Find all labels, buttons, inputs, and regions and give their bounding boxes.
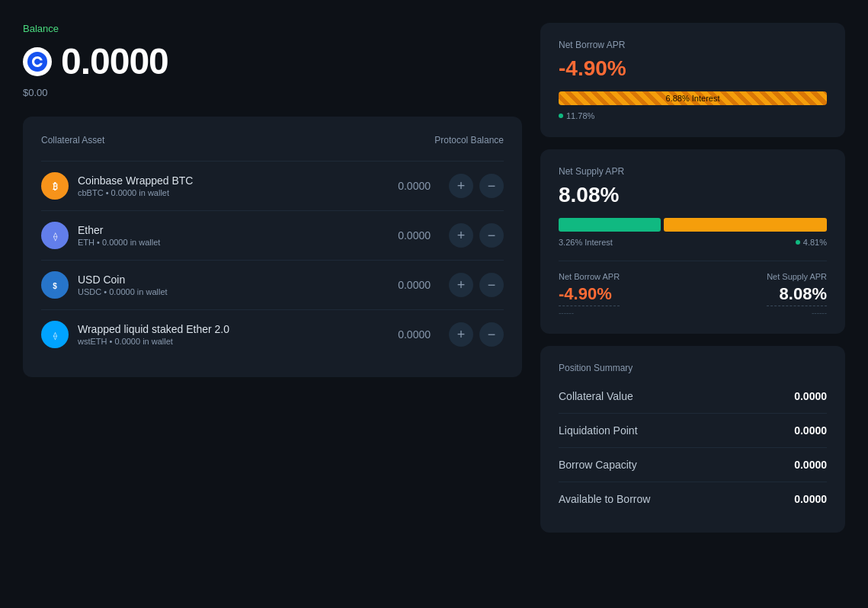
usdc-icon: $ <box>41 271 69 299</box>
apr-summary-row: Net Borrow APR -4.90% ------ Net Supply … <box>559 261 827 317</box>
borrow-capacity-label: Borrow Capacity <box>559 459 637 471</box>
borrow-capacity-row: Borrow Capacity 0.0000 <box>559 448 827 482</box>
asset-name-usdc: USD Coin <box>78 274 377 286</box>
wsteth-remove-button[interactable]: − <box>479 322 504 347</box>
btc-remove-button[interactable]: − <box>479 174 504 198</box>
eth-icon: ⟠ <box>41 222 69 249</box>
right-column: Net Borrow APR -4.90% 6.88% Interest 11.… <box>540 23 845 533</box>
asset-name-eth: Ether <box>78 224 377 236</box>
borrow-summary-value: -4.90% <box>559 284 620 304</box>
supply-summary-item: Net Supply APR 8.08% ------ <box>767 272 827 317</box>
table-row: ₿ Coinbase Wrapped BTC cbBTC • 0.0000 in… <box>41 161 504 210</box>
supply-apr-bar-row <box>559 218 827 232</box>
svg-text:$: $ <box>53 282 57 290</box>
asset-sub-usdc: USDC • 0.0000 in wallet <box>78 287 377 296</box>
borrow-summary-item: Net Borrow APR -4.90% ------ <box>559 272 620 317</box>
asset-sub-wsteth: wstETH • 0.0000 in wallet <box>78 337 377 346</box>
borrow-capacity-amount: 0.0000 <box>794 459 827 471</box>
position-summary-title: Position Summary <box>559 363 827 373</box>
balance-label: Balance <box>23 23 522 34</box>
btc-add-button[interactable]: + <box>449 174 473 198</box>
btc-balance: 0.0000 <box>377 180 431 192</box>
wsteth-balance: 0.0000 <box>377 328 431 341</box>
table-row: ⟠ Ether ETH • 0.0000 in wallet 0.0000 + … <box>41 210 504 260</box>
net-supply-apr-card: Net Supply APR 8.08% 3.26% Interest 4.81… <box>540 149 845 334</box>
asset-info-wsteth: Wrapped liquid staked Ether 2.0 wstETH •… <box>78 323 377 346</box>
supply-orange-bar <box>664 218 827 232</box>
asset-sub-eth: ETH • 0.0000 in wallet <box>78 238 377 247</box>
collateral-value-row: Collateral Value 0.0000 <box>559 379 827 414</box>
available-to-borrow-amount: 0.0000 <box>794 493 827 505</box>
col2-header: Protocol Balance <box>434 135 504 146</box>
btc-icon: ₿ <box>41 172 69 200</box>
asset-sub-btc: cbBTC • 0.0000 in wallet <box>78 188 377 197</box>
wsteth-icon: ⟠ <box>41 321 69 348</box>
usdc-add-button[interactable]: + <box>449 273 473 297</box>
eth-remove-button[interactable]: − <box>479 223 504 248</box>
eth-add-button[interactable]: + <box>449 223 473 248</box>
balance-amount: 0.0000 <box>61 40 168 82</box>
asset-info-eth: Ether ETH • 0.0000 in wallet <box>78 224 377 247</box>
table-header: Collateral Asset Protocol Balance <box>41 135 504 146</box>
net-supply-apr-title: Net Supply APR <box>559 166 827 177</box>
supply-summary-sub: ------ <box>767 306 827 317</box>
borrow-bar-labels: 11.78% <box>559 111 827 120</box>
net-borrow-apr-value: -4.90% <box>559 56 827 81</box>
net-borrow-apr-title: Net Borrow APR <box>559 40 827 50</box>
net-borrow-apr-card: Net Borrow APR -4.90% 6.88% Interest 11.… <box>540 23 845 137</box>
svg-text:₿: ₿ <box>53 181 58 192</box>
table-row: ⟠ Wrapped liquid staked Ether 2.0 wstETH… <box>41 309 504 359</box>
net-supply-apr-value: 8.08% <box>559 183 827 207</box>
liquidation-point-amount: 0.0000 <box>794 424 827 437</box>
borrow-apr-bar: 6.88% Interest <box>559 91 827 105</box>
available-to-borrow-row: Available to Borrow 0.0000 <box>559 482 827 516</box>
supply-dot-label-group: 4.81% <box>796 238 827 247</box>
supply-summary-label: Net Supply APR <box>767 272 827 281</box>
col1-header: Collateral Asset <box>41 135 104 146</box>
position-summary-card: Position Summary Collateral Value 0.0000… <box>540 346 845 533</box>
supply-summary-value: 8.08% <box>767 284 827 304</box>
collateral-card: Collateral Asset Protocol Balance ₿ Coin… <box>23 117 522 377</box>
asset-name-wsteth: Wrapped liquid staked Ether 2.0 <box>78 323 377 335</box>
usdc-balance: 0.0000 <box>377 279 431 291</box>
borrow-dot-label: 11.78% <box>559 111 594 120</box>
balance-row: 0.0000 <box>23 40 522 82</box>
supply-interest-label-group: 3.26% Interest <box>559 238 613 247</box>
asset-info-btc: Coinbase Wrapped BTC cbBTC • 0.0000 in w… <box>78 174 377 197</box>
brand-logo <box>23 47 52 76</box>
supply-bar-labels: 3.26% Interest 4.81% <box>559 238 827 247</box>
supply-interest-label: 3.26% Interest <box>559 238 613 247</box>
supply-dot-value: 4.81% <box>803 238 827 247</box>
green-dot-icon-2 <box>796 240 800 245</box>
borrow-summary-sub: ------ <box>559 306 620 317</box>
available-to-borrow-label: Available to Borrow <box>559 493 650 505</box>
liquidation-point-label: Liquidation Point <box>559 424 638 437</box>
borrow-dot-value: 11.78% <box>566 111 594 120</box>
collateral-value-label: Collateral Value <box>559 390 633 402</box>
svg-point-0 <box>27 52 47 72</box>
collateral-value-amount: 0.0000 <box>794 390 827 402</box>
asset-name-btc: Coinbase Wrapped BTC <box>78 174 377 187</box>
supply-green-bar <box>559 218 661 232</box>
svg-text:⟠: ⟠ <box>53 331 57 341</box>
borrow-interest-bar: 6.88% Interest <box>559 91 827 105</box>
usdc-remove-button[interactable]: − <box>479 273 504 297</box>
table-row: $ USD Coin USDC • 0.0000 in wallet 0.000… <box>41 260 504 309</box>
liquidation-point-row: Liquidation Point 0.0000 <box>559 414 827 448</box>
green-dot-icon <box>559 114 563 118</box>
left-column: Balance 0.0000 $0.00 Collateral Asset Pr… <box>23 23 522 533</box>
wsteth-add-button[interactable]: + <box>449 322 473 347</box>
borrow-interest-label: 6.88% Interest <box>666 94 720 103</box>
asset-info-usdc: USD Coin USDC • 0.0000 in wallet <box>78 274 377 296</box>
eth-balance: 0.0000 <box>377 229 431 242</box>
borrow-summary-label: Net Borrow APR <box>559 272 620 281</box>
balance-usd: $0.00 <box>23 87 522 98</box>
